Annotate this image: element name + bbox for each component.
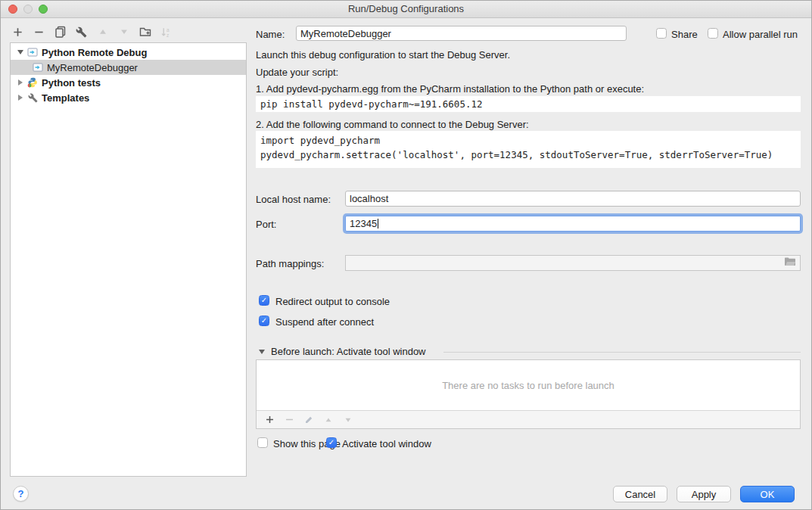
add-task-icon[interactable] [264,415,275,425]
edit-task-icon[interactable] [303,415,314,425]
run-debug-configurations-dialog: Run/Debug Configurations az [0,0,812,510]
edit-templates-icon[interactable] [75,26,88,39]
remove-configuration-icon[interactable] [33,26,45,39]
port-input[interactable]: 12345 [345,216,801,232]
update-script-text: Update your script: [256,67,338,78]
expand-arrow-icon[interactable] [17,79,24,86]
svg-text:z: z [166,33,169,38]
pip-command-code: pip install pydevd-pycharm~=191.6605.12 [256,96,801,112]
move-down-icon[interactable] [117,26,130,39]
tree-item-templates[interactable]: Templates [11,90,246,105]
before-launch-tasks-panel: There are no tasks to run before launch [256,359,801,429]
move-task-up-icon[interactable] [323,415,334,425]
name-input[interactable] [296,26,627,41]
before-launch-collapse-icon[interactable] [259,350,265,354]
configurations-toolbar: az [11,24,173,39]
local-host-label: Local host name: [256,194,331,205]
cancel-label: Cancel [625,489,655,500]
code-line-1: import pydevd_pycharm [260,135,380,146]
move-task-down-icon[interactable] [343,415,353,425]
before-launch-header[interactable]: Before launch: Activate tool window [271,346,426,357]
sort-configurations-icon[interactable]: az [160,26,173,39]
activate-tool-window-label: Activate tool window [342,438,431,449]
templates-wrench-icon [27,92,38,103]
code-line-2: pydevd_pycharm.settrace('localhost', por… [260,149,773,160]
remove-task-icon[interactable] [284,415,294,425]
step1-text: 1. Add pydevd-pycharm.egg from the PyCha… [256,83,644,95]
path-mappings-input[interactable] [345,255,801,271]
collapse-arrow-icon[interactable] [17,50,24,54]
help-label: ? [18,488,24,499]
no-tasks-placeholder: There are no tasks to run before launch [257,360,800,410]
redirect-output-label: Redirect output to console [275,296,390,307]
svg-text:a: a [166,26,170,32]
suspend-after-connect-checkbox[interactable]: ✓ [259,316,269,326]
before-launch-separator [443,352,801,353]
remote-debug-icon [33,62,43,73]
name-label: Name: [256,29,285,40]
port-label: Port: [256,219,276,230]
titlebar[interactable]: Run/Debug Configurations [1,1,811,18]
help-button[interactable]: ? [13,486,29,502]
path-mappings-label: Path mappings: [256,258,324,269]
port-value: 12345 [350,218,377,229]
activate-tool-window-checkbox[interactable]: ✓ [326,437,337,448]
move-up-icon[interactable] [96,26,109,39]
window-title: Run/Debug Configurations [1,3,811,14]
share-checkbox[interactable] [656,28,667,39]
configurations-tree: Python Remote Debug MyRemoteDebugger Pyt… [10,42,247,477]
ok-button[interactable]: OK [740,486,795,502]
new-folder-icon[interactable] [138,26,151,39]
tree-item-python-tests[interactable]: Python tests [11,75,246,90]
step2-text: 2. Add the following command to connect … [256,119,529,130]
tree-item-label: Templates [42,92,89,104]
browse-folder-icon[interactable] [784,257,796,269]
tasks-toolbar [257,410,800,428]
cancel-button[interactable]: Cancel [613,486,667,502]
redirect-output-checkbox[interactable]: ✓ [259,295,269,306]
tree-item-myremotedebugger[interactable]: MyRemoteDebugger [11,60,246,75]
apply-label: Apply [692,489,717,500]
share-label: Share [671,29,698,40]
tree-item-label: Python Remote Debug [42,47,147,58]
show-this-page-checkbox[interactable] [257,437,268,448]
copy-configuration-icon[interactable] [54,26,67,39]
allow-parallel-run-label: Allow parallel run [723,29,798,40]
apply-button[interactable]: Apply [677,486,731,502]
tree-item-python-remote-debug[interactable]: Python Remote Debug [11,45,246,60]
text-caret [378,219,378,229]
tree-item-label: MyRemoteDebugger [47,62,138,73]
ok-label: OK [761,489,775,500]
expand-arrow-icon[interactable] [17,95,24,101]
settrace-code: import pydevd_pycharm pydevd_pycharm.set… [256,131,801,168]
suspend-after-connect-label: Suspend after connect [275,316,374,328]
tree-item-label: Python tests [42,77,101,89]
add-configuration-icon[interactable] [11,26,24,39]
description-text: Launch this debug configuration to start… [256,49,510,61]
local-host-input[interactable] [345,191,801,207]
remote-debug-icon [27,47,38,58]
python-tests-icon [27,77,38,88]
allow-parallel-run-checkbox[interactable] [708,28,718,39]
